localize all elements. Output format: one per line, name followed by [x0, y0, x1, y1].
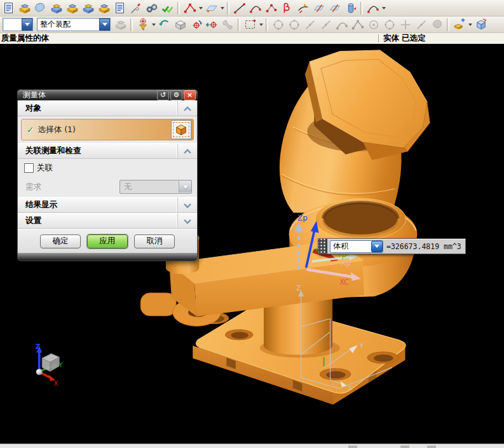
dialog-reset-button[interactable]: ↺ — [157, 90, 169, 100]
dialog-settings-button[interactable]: ⚙ — [170, 90, 182, 100]
assembly-scope-combo-value: 整个装配 — [37, 19, 99, 30]
snap-mid-point-icon[interactable] — [286, 17, 302, 32]
section-associative-header: 关联测量和检查 — [25, 146, 81, 156]
studio-spline-icon[interactable] — [279, 1, 295, 16]
dialog-title: 测量体 — [23, 90, 156, 100]
selection-filter-dropdown-arrow-icon[interactable] — [151, 17, 156, 32]
ok-button[interactable]: 确定 — [40, 234, 81, 248]
triad-y-label: Y — [58, 361, 63, 369]
datum-x-label: X — [348, 384, 353, 392]
csys-xp-label: Xp — [341, 259, 351, 268]
component-list-icon[interactable] — [112, 1, 128, 16]
snap-box-icon[interactable] — [172, 17, 188, 32]
section-associative-collapse-icon[interactable] — [177, 144, 197, 158]
bottom-bar-item — [400, 445, 409, 448]
toolbar-separator — [238, 18, 240, 31]
create-feature-icon[interactable] — [451, 17, 467, 32]
toolbar-separator — [266, 18, 268, 31]
associative-checkbox[interactable] — [24, 163, 34, 173]
assembly-navigator-icon[interactable] — [1, 1, 17, 16]
bridge-curve-icon[interactable] — [365, 1, 381, 16]
extrude-icon[interactable] — [343, 1, 358, 16]
graphics-viewport[interactable]: Z Y X Zp Yp Xp XC — [0, 44, 504, 444]
snap-point-icon[interactable] — [397, 17, 413, 32]
snap-quadrant-icon[interactable] — [381, 17, 397, 32]
measurement-value: =326673.4819 mm^3 — [386, 242, 461, 251]
requirement-dropdown-value: 无 — [120, 182, 179, 193]
section-object[interactable]: 对象 — [18, 100, 197, 116]
requirement-label: 需求 — [25, 182, 41, 193]
snap-line-icon[interactable] — [302, 17, 318, 32]
section-results[interactable]: 结果显示 — [18, 197, 197, 213]
toolbar-separator — [130, 18, 133, 31]
dialog-resize-bar[interactable] — [17, 253, 198, 261]
select-body-label: 选择体 (1) — [38, 125, 171, 135]
snap-arc-icon[interactable] — [334, 17, 350, 32]
add-component-icon[interactable] — [17, 1, 32, 16]
assembly-scope-combo[interactable]: 整个装配 — [37, 18, 111, 31]
marquee-select-icon[interactable] — [242, 17, 258, 32]
display-cube-icon[interactable] — [473, 17, 489, 32]
find-component-icon[interactable] — [144, 1, 160, 16]
snap-vertex-icon[interactable] — [350, 17, 365, 32]
datum-plane-trim-icon[interactable] — [311, 1, 327, 16]
section-settings-header: 设置 — [25, 215, 41, 226]
select-body-button[interactable] — [171, 120, 191, 139]
section-settings[interactable]: 设置 — [18, 213, 197, 229]
measurement-dropdown-arrow-icon[interactable] — [371, 241, 383, 252]
csys-xc-label: XC — [339, 278, 349, 287]
section-settings-expand-icon[interactable] — [177, 214, 197, 228]
triad-z-label: Z — [35, 343, 40, 351]
section-object-collapse-icon[interactable] — [177, 101, 197, 116]
section-results-expand-icon[interactable] — [177, 198, 197, 212]
view-filter-combo[interactable] — [3, 18, 33, 31]
section-associative[interactable]: 关联测量和检查 — [18, 143, 197, 159]
callout-drag-handle-icon[interactable] — [318, 239, 327, 254]
snap-point-on-curve-icon[interactable] — [413, 17, 429, 32]
edit-component-icon[interactable] — [128, 1, 144, 16]
line-icon[interactable] — [231, 1, 247, 16]
undo-icon[interactable] — [156, 17, 172, 32]
create-feature-dropdown-arrow-icon[interactable] — [467, 17, 473, 32]
sketch-dropdown-arrow-icon[interactable] — [198, 1, 203, 16]
more-tools-dropdown-arrow-icon[interactable] — [381, 1, 386, 16]
mirror-assembly-icon[interactable] — [96, 1, 112, 16]
pattern-component-icon[interactable] — [80, 1, 96, 16]
dialog-close-button[interactable]: × — [184, 90, 196, 100]
datum-plane-icon[interactable] — [203, 1, 219, 16]
datum-plane-dropdown-arrow-icon[interactable] — [219, 1, 225, 16]
toolbar-row-1 — [0, 0, 504, 17]
grip-icon[interactable] — [220, 17, 236, 32]
assembly-scope-combo-arrow-icon[interactable] — [99, 18, 110, 31]
check-clearance-icon[interactable] — [160, 1, 175, 16]
reposition-point-icon[interactable] — [204, 17, 220, 32]
trimmed-sheet-icon[interactable] — [327, 1, 343, 16]
replace-component-icon[interactable] — [48, 1, 64, 16]
requirement-dropdown[interactable]: 无 — [119, 180, 192, 194]
sketch-icon[interactable] — [182, 1, 198, 16]
apply-button[interactable]: 应用 — [87, 234, 128, 248]
assembly-constraints-icon[interactable] — [64, 1, 80, 16]
toolbar-separator — [177, 2, 180, 15]
move-component-icon[interactable] — [32, 1, 48, 16]
cancel-button[interactable]: 取消 — [134, 234, 175, 248]
requirement-dropdown-arrow-icon[interactable] — [179, 181, 191, 193]
snap-point-on-line-icon[interactable] — [318, 17, 334, 32]
interpart-link-icon[interactable] — [112, 17, 128, 32]
datum-y-label: Y — [358, 342, 364, 350]
point-set-icon[interactable] — [263, 1, 279, 16]
measurement-type-dropdown[interactable]: 体积 — [330, 240, 383, 253]
marquee-select-dropdown-arrow-icon[interactable] — [258, 17, 264, 32]
measurement-callout[interactable]: 体积 =326673.4819 mm^3 — [318, 238, 466, 254]
view-filter-combo-arrow-icon[interactable] — [22, 18, 32, 31]
toolbar-separator — [360, 2, 363, 15]
snap-point-on-face-icon[interactable] — [429, 17, 445, 32]
selection-filter-icon[interactable] — [135, 17, 151, 32]
snap-end-point-icon[interactable] — [270, 17, 286, 32]
dialog-title-bar[interactable]: 测量体 ↺ ⚙ × — [17, 90, 198, 100]
arc-icon[interactable] — [247, 1, 263, 16]
rotate-point-icon[interactable] — [188, 17, 204, 32]
snap-circle-center-icon[interactable] — [365, 17, 381, 32]
project-curve-icon[interactable] — [295, 1, 311, 16]
select-body-row[interactable]: ✓ 选择体 (1) — [21, 119, 194, 140]
